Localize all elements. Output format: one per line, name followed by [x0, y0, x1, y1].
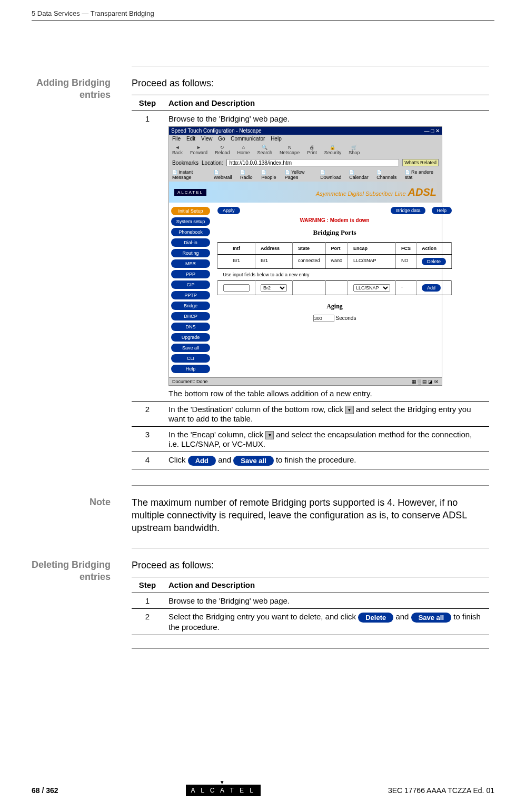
new-address[interactable]: Br2	[255, 281, 293, 295]
cell-state: connected	[293, 255, 326, 269]
nav-dialin[interactable]: Dial-in	[171, 238, 210, 247]
status-icons: ▦ ░ ▤ ◪ ✉	[412, 379, 439, 384]
saveall-button-pill[interactable]: Save all	[411, 613, 451, 623]
nav-mer[interactable]: MER	[171, 259, 210, 268]
section2-intro: Proceed as follows:	[132, 559, 489, 572]
side-heading-note: Note	[32, 496, 116, 508]
link-download[interactable]: Download	[320, 169, 345, 180]
col-address: Address	[255, 243, 293, 255]
aging-heading: Aging	[217, 303, 452, 310]
nav-routing[interactable]: Routing	[171, 249, 210, 257]
link-calendar[interactable]: Calendar	[349, 169, 372, 180]
adding-procedure-table: Step Action and Description 1 Browse to …	[132, 95, 489, 469]
menu-view[interactable]: View	[201, 136, 213, 142]
link-yellow[interactable]: Yellow Pages	[285, 169, 316, 180]
page-footer: 68 / 362 A L C A T E L 3EC 17766 AAAA TC…	[32, 785, 494, 796]
note-text: The maximum number of remote Bridging po…	[132, 496, 489, 535]
step-3: 3	[132, 427, 163, 452]
window-controls: — □ ✕	[424, 128, 440, 134]
nav-dns[interactable]: DNS	[171, 323, 210, 331]
dropdown-icon[interactable]: ▾	[265, 431, 274, 439]
nav-bridge[interactable]: Bridge	[171, 302, 210, 310]
col-action: Action	[416, 243, 452, 255]
nav-saveall[interactable]: Save all	[171, 344, 210, 352]
aging-input[interactable]	[313, 315, 334, 322]
add-button-pill[interactable]: Add	[188, 456, 216, 466]
deleting-procedure-table: Step Action and Description 1 Browse to …	[132, 577, 489, 635]
link-channels[interactable]: Channels	[376, 169, 400, 180]
col-action: Action and Description	[163, 577, 489, 593]
menu-help[interactable]: Help	[271, 136, 282, 142]
col-fcs: FCS	[396, 243, 416, 255]
config-sidebar: Initial Setup System setup Phonebook Dia…	[169, 203, 212, 377]
col-intf: Intf	[218, 243, 255, 255]
tb-forward[interactable]: ►Forward	[190, 145, 207, 155]
tb-search[interactable]: 🔍Search	[257, 145, 273, 155]
menu-go[interactable]: Go	[218, 136, 225, 142]
menu-communicator[interactable]: Communicator	[231, 136, 265, 142]
tb-security[interactable]: 🔒Security	[324, 145, 342, 155]
link-people[interactable]: People	[261, 169, 280, 180]
link-webmail[interactable]: WebMail	[214, 169, 236, 180]
del-step-2: 2	[132, 609, 163, 635]
tb-reload[interactable]: ↻Reload	[215, 145, 230, 155]
tb-shop[interactable]: 🛒Shop	[349, 145, 360, 155]
bridging-ports-heading: Bridging Ports	[217, 228, 452, 237]
location-input[interactable]	[226, 159, 400, 166]
add-entry-hint: Use input fields below to add a new entr…	[218, 269, 452, 281]
help-button[interactable]: Help	[432, 207, 452, 214]
aging-unit: Seconds	[335, 315, 356, 321]
step-2: 2	[132, 402, 163, 427]
location-label: Location:	[202, 160, 223, 166]
personal-toolbar: Instant Message WebMail Radio People Yel…	[169, 168, 442, 182]
new-intf[interactable]	[218, 281, 255, 295]
tb-home[interactable]: ⌂Home	[237, 145, 250, 155]
tb-back[interactable]: ◄Back	[172, 145, 183, 155]
bridge-data-button[interactable]: Bridge data	[391, 207, 425, 214]
del-step-1-action: Browse to the 'Bridging' web page.	[163, 593, 489, 609]
delete-button-pill[interactable]: Delete	[358, 613, 393, 623]
menu-file[interactable]: File	[172, 136, 181, 142]
delete-row-button[interactable]: Delete	[422, 258, 446, 265]
nav-help[interactable]: Help	[171, 365, 210, 373]
tb-netscape[interactable]: NNetscape	[280, 145, 300, 155]
nav-pptp[interactable]: PPTP	[171, 291, 210, 299]
new-encap[interactable]: LLC/SNAP	[348, 281, 396, 295]
col-action: Action and Description	[163, 95, 489, 111]
page-number: 68 / 362	[32, 786, 58, 795]
link-real[interactable]: Re andere stat	[405, 169, 439, 180]
bridging-screenshot: Speed Touch Configuration - Netscape — □…	[168, 126, 442, 386]
window-titlebar: Speed Touch Configuration - Netscape — □…	[169, 127, 442, 135]
cell-encap: LLC/SNAP	[348, 255, 396, 269]
menu-edit[interactable]: Edit	[186, 136, 195, 142]
col-state: State	[293, 243, 326, 255]
nav-initial-setup[interactable]: Initial Setup	[171, 207, 210, 215]
statusbar: Document: Done ▦ ░ ▤ ◪ ✉	[169, 377, 442, 385]
nav-ppp[interactable]: PPP	[171, 270, 210, 278]
step1-text-after: The bottom row of the table allows addit…	[168, 389, 372, 398]
step-4: 4	[132, 452, 163, 469]
link-radio[interactable]: Radio	[240, 169, 257, 180]
section-rule	[132, 648, 489, 649]
dropdown-icon[interactable]: ▾	[345, 406, 354, 414]
window-title: Speed Touch Configuration - Netscape	[171, 128, 262, 134]
banner-adsl: ADSL	[408, 186, 436, 198]
section-rule	[132, 548, 489, 548]
nav-dhcp[interactable]: DHCP	[171, 312, 210, 320]
nav-system-setup[interactable]: System setup	[171, 217, 210, 226]
bookmarks-label[interactable]: Bookmarks	[172, 160, 199, 166]
section-rule	[132, 66, 489, 66]
step-1-action: Browse to the 'Bridging' web page. Speed…	[163, 111, 489, 402]
tb-print[interactable]: 🖨Print	[307, 145, 317, 155]
apply-button[interactable]: Apply	[217, 207, 240, 214]
main-config-pane: Apply Bridge data Help WARNING : Modem i…	[212, 203, 457, 377]
nav-cip[interactable]: CIP	[171, 280, 210, 289]
saveall-button-pill[interactable]: Save all	[233, 456, 273, 466]
add-row-button[interactable]: Add	[422, 284, 441, 292]
link-instant[interactable]: Instant Message	[172, 169, 210, 180]
nav-cli[interactable]: CLI	[171, 354, 210, 363]
col-step: Step	[132, 95, 163, 111]
whats-related-button[interactable]: What's Related	[402, 159, 439, 166]
nav-phonebook[interactable]: Phonebook	[171, 228, 210, 236]
nav-upgrade[interactable]: Upgrade	[171, 333, 210, 342]
